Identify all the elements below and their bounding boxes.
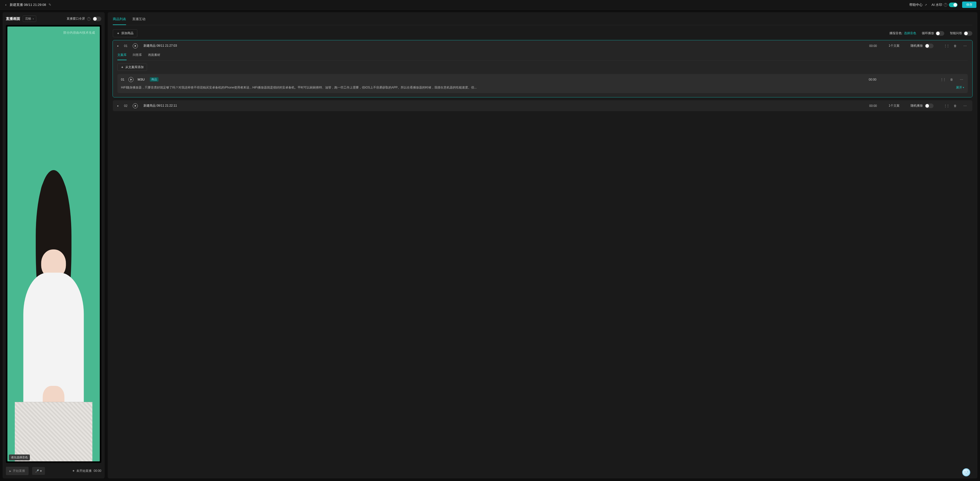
help-center-label: 帮助中心: [909, 3, 923, 7]
script-tag: 商品: [150, 77, 159, 82]
product-duration: 00:00: [869, 104, 885, 108]
script-title: M3U: [138, 78, 145, 81]
top-bar: ‹ 新建直播 08/11 21:29:08 ✎ 帮助中心 AI 水印 ? 保存: [0, 0, 980, 10]
mic-icon: [35, 469, 39, 473]
quality-select[interactable]: 流畅: [23, 16, 36, 22]
product-title: 新建商品 08/11 21:27:03: [143, 44, 177, 48]
content-panel: 商品列表 直播互动 添加商品 播报音色: 选择音色 循环播放 智能问答: [108, 12, 977, 478]
chevron-down-icon: [33, 17, 34, 20]
expand-label: 展开: [956, 85, 962, 90]
help-icon[interactable]: ?: [944, 3, 947, 6]
collapse-icon[interactable]: ▸: [118, 44, 120, 47]
add-product-label: 添加商品: [121, 31, 134, 35]
shuffle-play-label: 随机播放: [911, 44, 923, 48]
chevron-down-icon: [963, 86, 964, 89]
more-icon[interactable]: [962, 43, 968, 49]
script-text: HiFi随身播放器，只要音质好就足够了吗？对我这样舍不得花钱买安卓备机的iPho…: [121, 85, 954, 90]
play-icon: [10, 469, 11, 473]
product-head[interactable]: ▸ 01 新建商品 08/11 21:27:03 00:00 1个文案 随机播放: [113, 40, 972, 51]
product-title: 新建商品 08/11 21:22:11: [143, 103, 177, 108]
expand-icon[interactable]: ▸: [118, 104, 120, 107]
more-icon[interactable]: [959, 76, 964, 83]
more-icon[interactable]: [962, 103, 968, 109]
shuffle-play-label: 随机播放: [911, 103, 923, 108]
product-script-count: 1个文案: [889, 103, 907, 108]
play-button[interactable]: [133, 103, 138, 108]
subtab-scripts[interactable]: 文案库: [118, 52, 127, 60]
script-card: 01 M3U 商品 00:00 HiFi随身播放器，只要音质好就足够了吗？对我这…: [118, 74, 968, 93]
add-from-library-label: 从文案库添加: [125, 65, 144, 69]
subtab-assets[interactable]: 画面素材: [148, 52, 160, 60]
product-body: 文案库 问答库 画面素材 从文案库添加 01 M3U 商品: [113, 51, 972, 97]
delete-icon[interactable]: [949, 76, 955, 83]
fullscreen-label: 直播窗口全屏: [67, 17, 85, 21]
product-script-count: 1个文案: [889, 44, 907, 48]
subtab-qa[interactable]: 问答库: [133, 52, 142, 60]
plus-icon: [117, 31, 120, 35]
mic-button[interactable]: [32, 467, 45, 475]
shuffle-play-toggle[interactable]: [925, 44, 934, 48]
project-title: 新建直播 08/11 21:29:08: [10, 3, 46, 7]
loop-play-label: 循环播放: [922, 31, 934, 35]
script-duration: 00:00: [869, 78, 884, 81]
product-index: 01: [124, 44, 129, 48]
help-icon[interactable]: ?: [87, 17, 91, 21]
script-index: 01: [121, 78, 124, 81]
start-live-label: 开始直播: [13, 469, 25, 473]
select-voice-link[interactable]: 选择音色: [904, 31, 916, 35]
back-icon[interactable]: ‹: [3, 3, 8, 6]
chevron-down-icon: [40, 469, 42, 473]
ai-watermark-toggle[interactable]: [949, 3, 958, 7]
live-status: 未开始直播 00:00: [73, 469, 101, 473]
main-tabs: 商品列表 直播互动: [113, 17, 972, 25]
script-head[interactable]: 01 M3U 商品 00:00: [121, 76, 964, 83]
drag-handle-icon[interactable]: [943, 103, 948, 109]
live-status-time: 00:00: [94, 469, 101, 473]
delete-icon[interactable]: [953, 43, 958, 49]
product-index: 02: [124, 104, 129, 108]
product-subtabs: 文案库 问答库 画面素材: [118, 52, 968, 60]
voice-label: 播报音色:: [889, 31, 902, 35]
product-duration: 00:00: [869, 44, 885, 48]
edit-title-icon[interactable]: ✎: [48, 3, 51, 6]
delete-icon[interactable]: [953, 103, 958, 109]
assistant-bot-icon[interactable]: [962, 468, 970, 476]
play-button[interactable]: [128, 77, 134, 82]
preview-panel: 直播画面 流畅 直播窗口全屏 ? 部分内容由AI技术生成: [3, 12, 105, 478]
ai-watermark-label: AI 水印: [932, 3, 942, 7]
voice-tooltip: 请先选择音色: [9, 454, 30, 460]
quality-value: 流畅: [25, 17, 31, 21]
expand-script-link[interactable]: 展开: [956, 85, 964, 90]
save-button[interactable]: 保存: [962, 2, 977, 8]
product-list: ▸ 01 新建商品 08/11 21:27:03 00:00 1个文案 随机播放: [113, 40, 972, 111]
smart-qa-toggle[interactable]: [964, 31, 972, 36]
live-status-label: 未开始直播: [76, 469, 92, 473]
fullscreen-toggle[interactable]: [93, 17, 101, 21]
loop-play-toggle[interactable]: [935, 31, 944, 36]
product-head[interactable]: ▸ 02 新建商品 08/11 21:22:11 00:00 1个文案 随机播放: [113, 100, 972, 111]
plus-icon: [121, 65, 124, 69]
drag-handle-icon[interactable]: [943, 43, 948, 49]
tab-product-list[interactable]: 商品列表: [113, 17, 126, 25]
avatar-placeholder: [15, 192, 92, 461]
preview-stage[interactable]: 部分内容由AI技术生成: [6, 25, 101, 463]
ai-generated-notice: 部分内容由AI技术生成: [63, 30, 95, 35]
external-link-icon: [924, 3, 927, 6]
ai-watermark-group: AI 水印 ?: [932, 3, 958, 7]
play-button[interactable]: [133, 43, 138, 48]
add-from-library-button[interactable]: 从文案库添加: [118, 63, 147, 71]
product-card: ▸ 02 新建商品 08/11 21:22:11 00:00 1个文案 随机播放: [113, 100, 972, 111]
tab-live-interact[interactable]: 直播互动: [132, 17, 145, 25]
smart-qa-label: 智能问答: [950, 31, 962, 35]
drag-handle-icon[interactable]: [939, 76, 945, 83]
shuffle-play-toggle[interactable]: [925, 103, 934, 108]
preview-title: 直播画面: [6, 17, 20, 21]
add-product-button[interactable]: 添加商品: [113, 29, 137, 37]
help-center-link[interactable]: 帮助中心: [909, 3, 927, 7]
start-live-button[interactable]: 开始直播: [6, 467, 29, 475]
product-card: ▸ 01 新建商品 08/11 21:27:03 00:00 1个文案 随机播放: [113, 40, 972, 97]
